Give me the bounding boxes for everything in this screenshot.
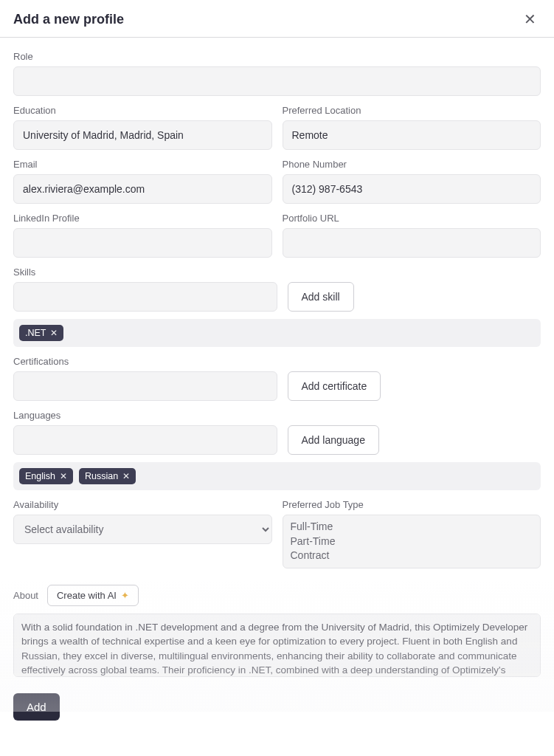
education-label: Education [13,105,272,116]
add-button[interactable]: Add [13,693,60,721]
job-type-option[interactable]: Part-Time [291,535,533,549]
education-input[interactable] [13,120,272,150]
about-label: About [13,590,38,601]
profile-form: Role Education Preferred Location Email … [0,38,554,721]
job-type-option[interactable]: Contract [291,549,533,563]
create-with-ai-label: Create with AI [57,590,117,601]
preferred-job-type-label: Preferred Job Type [283,499,541,510]
languages-input[interactable] [13,425,277,455]
portfolio-input[interactable] [283,228,541,258]
preferred-location-input[interactable] [283,120,541,150]
language-chip-label: English [25,471,55,481]
sparkle-icon: ✦ [121,590,129,601]
email-input[interactable] [13,174,272,204]
close-icon[interactable]: ✕ [519,10,541,28]
create-with-ai-button[interactable]: Create with AI ✦ [47,585,139,606]
job-type-option[interactable]: Full-Time [291,520,533,535]
add-certificate-button[interactable]: Add certificate [288,371,381,401]
skills-input[interactable] [13,282,277,312]
certifications-label: Certifications [13,356,541,367]
phone-label: Phone Number [283,159,541,170]
dialog-title: Add a new profile [13,12,124,27]
about-textarea[interactable]: With a solid foundation in .NET developm… [13,614,541,677]
linkedin-label: LinkedIn Profile [13,213,272,224]
remove-chip-icon[interactable]: ✕ [122,471,130,481]
certifications-input[interactable] [13,371,277,401]
remove-chip-icon[interactable]: ✕ [50,328,58,338]
languages-chip-list: English ✕ Russian ✕ [13,462,541,490]
language-chip: Russian ✕ [79,468,136,484]
skill-chip-label: .NET [25,328,46,338]
phone-input[interactable] [283,174,541,204]
skills-label: Skills [13,267,541,278]
portfolio-label: Portfolio URL [283,213,541,224]
language-chip: English ✕ [19,468,73,484]
availability-select[interactable]: Select availability [13,515,272,544]
preferred-job-type-select[interactable]: Full-Time Part-Time Contract [283,515,541,568]
skill-chip: .NET ✕ [19,325,63,341]
email-label: Email [13,159,272,170]
linkedin-input[interactable] [13,228,272,258]
availability-label: Availability [13,499,272,510]
add-language-button[interactable]: Add language [288,425,379,455]
dialog-header: Add a new profile ✕ [0,0,554,38]
language-chip-label: Russian [85,471,118,481]
role-input[interactable] [13,66,541,96]
preferred-location-label: Preferred Location [283,105,541,116]
skills-chip-list: .NET ✕ [13,319,541,347]
add-skill-button[interactable]: Add skill [288,282,354,312]
role-label: Role [13,51,541,62]
remove-chip-icon[interactable]: ✕ [60,471,67,481]
languages-label: Languages [13,410,541,421]
